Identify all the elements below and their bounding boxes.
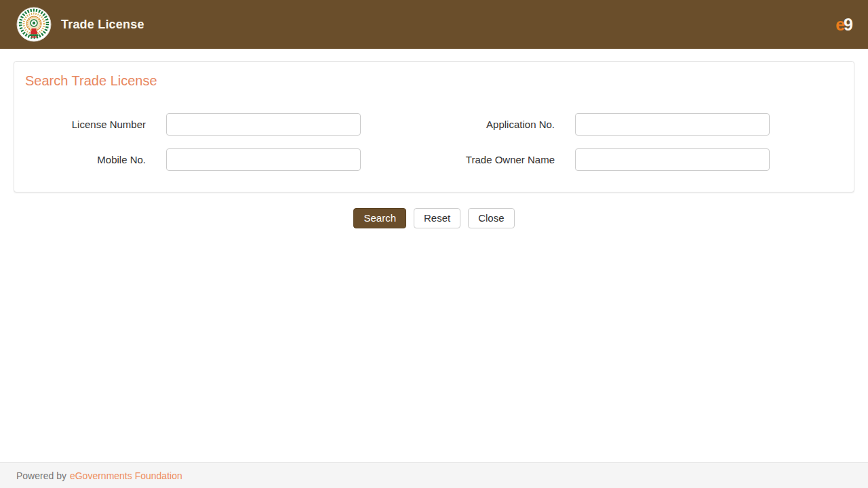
ap-government-emblem-icon [16,7,52,42]
license-number-field: License Number [25,113,434,136]
brand-letter-9: 9 [844,15,852,34]
app-title: Trade License [61,18,144,32]
close-button[interactable]: Close [468,208,514,228]
application-no-input[interactable] [575,113,770,136]
reset-button[interactable]: Reset [414,208,460,228]
search-trade-license-card: Search Trade License License Number Appl… [14,61,854,192]
mobile-no-label: Mobile No. [25,154,166,165]
form-row-2: Mobile No. Trade Owner Name [25,148,843,171]
search-button[interactable]: Search [353,208,406,228]
card-title: Search Trade License [25,73,843,89]
brand-letter-e: e [835,15,844,34]
form-row-1: License Number Application No. [25,113,843,136]
application-no-field: Application No. [434,113,843,136]
egovernments-logo-icon: e9 [835,16,852,33]
app-header: Trade License e9 [0,0,868,49]
trade-owner-name-label: Trade Owner Name [434,154,575,165]
license-number-label: License Number [25,119,166,130]
application-no-label: Application No. [434,119,575,130]
license-number-input[interactable] [166,113,361,136]
search-form: License Number Application No. Mobile No… [25,113,843,171]
powered-by-text: Powered by [16,470,66,481]
egovernments-foundation-link[interactable]: eGovernments Foundation [70,470,182,481]
mobile-no-field: Mobile No. [25,148,434,171]
main-content: Search Trade License License Number Appl… [0,49,868,462]
form-actions: Search Reset Close [0,208,868,228]
trade-owner-name-input[interactable] [575,148,770,171]
trade-owner-name-field: Trade Owner Name [434,148,843,171]
app-footer: Powered by eGovernments Foundation [0,462,868,488]
mobile-no-input[interactable] [166,148,361,171]
